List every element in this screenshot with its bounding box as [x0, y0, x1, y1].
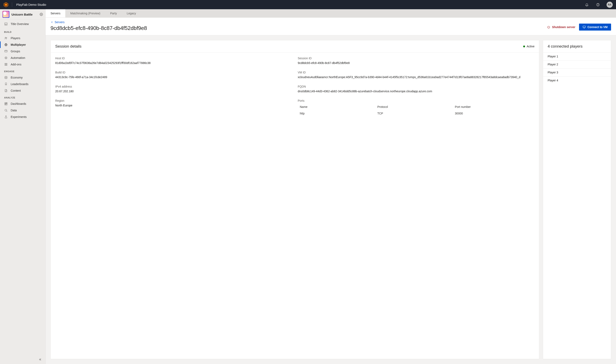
gear-icon[interactable] — [40, 13, 43, 16]
groups-icon — [4, 49, 8, 53]
cell-protocol: TCP — [377, 112, 455, 115]
svg-point-21 — [5, 109, 7, 111]
connected-players-card: 4 connected players Player 1 Player 2 Pl… — [543, 40, 611, 359]
detail-label: Session ID — [298, 57, 534, 60]
svg-point-4 — [41, 14, 42, 15]
breadcrumb[interactable]: Servers — [51, 21, 543, 24]
svg-point-10 — [6, 57, 6, 58]
detail-session-id: Session ID 9cd8dcb5-efc8-490b-8c87-db4f5… — [298, 57, 534, 65]
connect-to-vm-button[interactable]: Connect to VM — [579, 24, 611, 31]
detail-value: 81d06a1bd5f7c74c37f3636a26e7d84a02342529… — [55, 61, 292, 65]
game-title: Unicorn Battle — [12, 13, 38, 16]
studio-name: PlayFab Demo Studio — [16, 3, 46, 6]
detail-fqdn: FQDN dns0db8c149-44d3-4362-ab82-3414bdd5… — [298, 85, 534, 93]
economy-icon — [4, 76, 8, 79]
svg-rect-22 — [583, 26, 585, 28]
experiments-icon — [4, 115, 8, 119]
svg-rect-5 — [5, 23, 7, 25]
detail-label: Build ID — [55, 71, 292, 74]
globe-icon — [4, 43, 8, 47]
detail-ipv4: IPv4 address 20.67.202.180 — [55, 85, 292, 93]
sidebar-item-dashboards[interactable]: Dashboards — [0, 101, 45, 107]
sidebar-item-label: Title Overview — [11, 22, 29, 26]
detail-value: dns0db8c149-44d3-4362-ab82-3414bdd5c88b-… — [298, 90, 534, 93]
svg-point-6 — [5, 37, 6, 38]
sidebar-item-label: Players — [11, 37, 20, 40]
sidebar-item-multiplayer[interactable]: Multiplayer — [0, 41, 45, 48]
sidebar-item-experiments[interactable]: Experiments — [0, 114, 45, 120]
table-row: http TCP 30000 — [298, 110, 534, 117]
leaderboards-icon — [4, 82, 8, 86]
game-thumbnail — [2, 11, 9, 18]
sidebar-item-label: Groups — [11, 50, 20, 53]
tab-servers[interactable]: Servers — [46, 9, 65, 17]
sidebar-item-groups[interactable]: Groups — [0, 48, 45, 54]
detail-value: 9cd8dcb5-efc8-490b-8c87-db4f52dbf9e8 — [298, 61, 534, 65]
sidebar-item-label: Automation — [11, 56, 25, 59]
sidebar-item-economy[interactable]: Economy — [0, 74, 45, 81]
player-row[interactable]: Player 2 — [543, 60, 611, 68]
detail-build-id: Build ID 44313c9c-75fe-466f-a71a-34c1fcd… — [55, 71, 292, 79]
overview-icon — [4, 22, 8, 26]
detail-label: VM ID — [298, 71, 534, 74]
detail-ports: Ports Name Protocol Port number http TCP — [298, 99, 534, 117]
sidebar-item-title-overview[interactable]: Title Overview — [0, 20, 45, 28]
detail-value: 20.67.202.180 — [55, 90, 292, 93]
cell-port: 30000 — [455, 112, 533, 115]
svg-rect-15 — [6, 65, 7, 65]
breadcrumb-label: Servers — [55, 21, 65, 24]
connect-label: Connect to VM — [588, 26, 608, 29]
detail-label: IPv4 address — [55, 85, 292, 88]
svg-rect-9 — [5, 50, 7, 52]
svg-rect-14 — [5, 65, 6, 65]
topbar: PlayFab Demo Studio RA — [0, 0, 616, 9]
sidebar-item-label: Content — [11, 89, 21, 92]
tab-party[interactable]: Party — [105, 9, 122, 17]
detail-label: Host ID — [55, 57, 292, 60]
session-details-card: Session details Active Host ID 81d06a1bd… — [51, 40, 539, 359]
collapse-sidebar-icon[interactable] — [38, 358, 42, 361]
notifications-icon[interactable] — [585, 3, 589, 7]
detail-value: xcloudneu4ud0liaeamcr:NorthEurope:A5F3_9… — [298, 75, 534, 79]
sidebar-item-players[interactable]: Players — [0, 35, 45, 41]
addons-icon — [4, 63, 8, 66]
playfab-logo-icon — [3, 2, 9, 7]
sidebar: Unicorn Battle Title Overview BUILD Play… — [0, 9, 46, 364]
sidebar-item-automation[interactable]: Automation — [0, 54, 45, 61]
svg-point-11 — [5, 57, 7, 59]
game-header: Unicorn Battle — [0, 9, 45, 20]
detail-region: Region North Europe — [55, 99, 292, 117]
sidebar-item-label: Data — [11, 109, 17, 112]
detail-value: North Europe — [55, 104, 292, 107]
sidebar-item-label: Multiplayer — [11, 43, 26, 46]
status-badge: Active — [523, 45, 534, 48]
shutdown-server-button[interactable]: Shutdown server — [547, 26, 575, 29]
player-row[interactable]: Player 1 — [543, 52, 611, 60]
section-label-engage: ENGAGE — [0, 68, 45, 74]
svg-rect-13 — [6, 63, 7, 64]
detail-label: Ports — [298, 99, 534, 102]
data-icon — [4, 108, 8, 112]
card-title: 4 connected players — [548, 44, 583, 49]
sidebar-item-data[interactable]: Data — [0, 107, 45, 114]
tabs: Servers Matchmaking (Preview) Party Lega… — [46, 9, 616, 18]
svg-marker-1 — [5, 3, 7, 6]
tab-legacy[interactable]: Legacy — [122, 9, 141, 17]
help-icon[interactable] — [596, 3, 600, 7]
col-protocol: Protocol — [377, 105, 455, 108]
user-avatar[interactable]: RA — [607, 2, 613, 8]
sidebar-item-label: Add-ons — [11, 63, 21, 66]
sidebar-item-content[interactable]: Content — [0, 87, 45, 94]
sidebar-item-addons[interactable]: Add-ons — [0, 61, 45, 68]
svg-rect-20 — [5, 104, 6, 105]
player-row[interactable]: Player 3 — [543, 68, 611, 76]
status-label: Active — [527, 45, 534, 48]
player-row[interactable]: Player 4 — [543, 76, 611, 84]
monitor-icon — [583, 26, 586, 29]
section-label-build: BUILD — [0, 28, 45, 35]
dashboards-icon — [4, 102, 8, 106]
sidebar-item-leaderboards[interactable]: Leaderboards — [0, 81, 45, 87]
tab-matchmaking[interactable]: Matchmaking (Preview) — [65, 9, 105, 17]
svg-point-7 — [6, 37, 7, 38]
detail-label: Region — [55, 99, 292, 102]
